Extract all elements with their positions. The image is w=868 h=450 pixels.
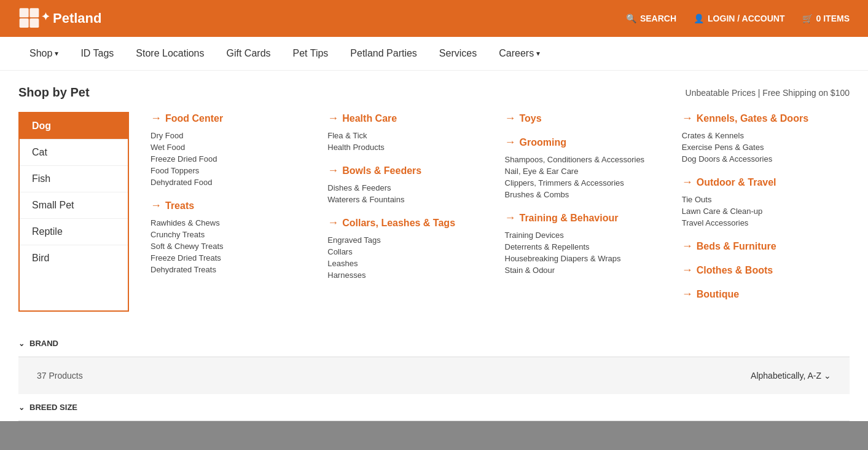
category-heading[interactable]: →Health Care [327,112,486,125]
category-heading-text: Grooming [520,137,566,148]
chevron-sort-icon: ⌄ [824,371,831,381]
pet-item-fish[interactable]: Fish [20,166,128,192]
category-heading-text: Outdoor & Travel [697,177,776,188]
category-section: →GroomingShampoos, Conditioners & Access… [505,136,663,200]
category-subitem[interactable]: Stain & Odour [505,264,663,276]
category-heading[interactable]: →Outdoor & Travel [682,176,840,189]
category-heading[interactable]: →Beds & Furniture [682,240,840,253]
category-columns: →Food CenterDry FoodWet FoodFreeze Dried… [129,112,850,312]
category-subitem[interactable]: Lawn Care & Clean-up [682,205,840,217]
category-subitem[interactable]: Engraved Tags [327,234,486,246]
search-action[interactable]: 🔍 SEARCH [626,14,676,23]
account-action[interactable]: 👤 LOGIN / ACCOUNT [694,14,784,23]
nav-item-id-tags[interactable]: ID Tags [69,37,125,71]
category-heading[interactable]: →Grooming [505,136,663,149]
filters-area: ⌄ BRAND 37 Products Alphabetically, A-Z … [0,330,868,421]
category-heading-text: Food Center [165,113,223,124]
category-subitem[interactable]: Dehydrated Treats [151,264,309,275]
logo-text: Petland [53,10,101,26]
cart-action[interactable]: 🛒 0 ITEMS [802,14,850,23]
search-icon: 🔍 [626,14,636,23]
arrow-icon: → [327,164,338,177]
arrow-icon: → [505,211,516,224]
category-subitem[interactable]: Brushes & Combs [505,189,663,200]
nav-item-store-locations[interactable]: Store Locations [125,37,215,71]
category-heading[interactable]: →Boutique [682,288,840,301]
category-subitem[interactable]: Training Devices [505,229,663,241]
category-section: →Kennels, Gates & DoorsCrates & KennelsE… [682,112,840,165]
category-subitem[interactable]: Crunchy Treats [151,229,309,240]
nav-item-pet-tips[interactable]: Pet Tips [282,37,340,71]
category-subitem[interactable]: Travel Accessories [682,217,840,229]
category-subitem[interactable]: Clippers, Trimmers & Accessories [505,177,663,189]
category-subitem[interactable]: Dehydrated Food [151,176,309,188]
category-heading-text: Toys [520,113,542,124]
category-heading-text: Collars, Leashes & Tags [342,218,455,229]
category-col-col2: →Health CareFlea & TickHealth Products→B… [318,112,495,312]
category-subitem[interactable]: Freeze Dried Food [151,153,309,165]
category-subitem[interactable]: Dry Food [151,130,309,141]
category-heading[interactable]: →Collars, Leashes & Tags [327,216,486,229]
category-subitem[interactable]: Leashes [327,258,486,269]
category-section: →Clothes & Boots [682,264,840,277]
category-subitem[interactable]: Collars [327,246,486,258]
category-subitem[interactable]: Deterrents & Repellents [505,241,663,253]
category-heading-text: Health Care [342,113,397,124]
category-subitem[interactable]: Nail, Eye & Ear Care [505,165,663,177]
category-heading[interactable]: →Treats [151,199,309,212]
category-heading[interactable]: →Training & Behaviour [505,211,663,224]
category-subitem[interactable]: Dishes & Feeders [327,182,486,194]
category-subitem[interactable]: Flea & Tick [327,130,486,141]
svg-rect-3 [29,18,39,28]
category-heading[interactable]: →Toys [505,112,663,125]
category-subitem[interactable]: Health Products [327,141,486,153]
pet-item-small-pet[interactable]: Small Pet [20,192,128,219]
nav-item-careers[interactable]: Careers ▾ [488,37,551,71]
nav-item-gift-cards[interactable]: Gift Cards [216,37,282,71]
pet-item-cat[interactable]: Cat [20,140,128,166]
brand-filter[interactable]: ⌄ BRAND [18,330,850,357]
pet-item-dog[interactable]: Dog [20,113,128,140]
pet-item-reptile[interactable]: Reptile [20,219,128,245]
category-section: →Food CenterDry FoodWet FoodFreeze Dried… [151,112,309,188]
breed-size-filter[interactable]: ⌄ BREED SIZE [18,394,850,421]
category-subitem[interactable]: Freeze Dried Treats [151,252,309,264]
category-subitem[interactable]: Food Toppers [151,165,309,176]
category-subitem[interactable]: Soft & Chewy Treats [151,240,309,252]
category-subitem[interactable]: Wet Food [151,141,309,153]
category-section: →Toys [505,112,663,125]
category-heading-text: Kennels, Gates & Doors [697,113,808,124]
category-subitem[interactable]: Exercise Pens & Gates [682,141,840,153]
category-heading[interactable]: →Food Center [151,112,309,125]
chevron-breed-icon: ⌄ [18,403,25,412]
sort-label: Alphabetically, A-Z [751,371,821,381]
category-subitem[interactable]: Dog Doors & Accessories [682,153,840,165]
nav-item-services[interactable]: Services [428,37,488,71]
category-heading[interactable]: →Clothes & Boots [682,264,840,277]
header: ✦ Petland 🔍 SEARCH 👤 LOGIN / ACCOUNT 🛒 0… [0,0,868,37]
category-subitem[interactable]: Housebreaking Diapers & Wraps [505,253,663,264]
pet-item-bird[interactable]: Bird [20,245,128,271]
svg-rect-0 [20,8,29,17]
category-heading-text: Bowls & Feeders [342,165,421,176]
cart-icon: 🛒 [802,14,813,23]
sort-control[interactable]: Alphabetically, A-Z ⌄ [751,371,831,381]
category-heading-text: Boutique [697,289,739,300]
arrow-icon: → [682,264,693,277]
category-section: →Health CareFlea & TickHealth Products [327,112,486,153]
navbar: Shop ▾ ID Tags Store Locations Gift Card… [0,37,868,71]
category-subitem[interactable]: Tie Outs [682,194,840,205]
nav-item-shop[interactable]: Shop ▾ [18,37,69,71]
category-subitem[interactable]: Waterers & Fountains [327,194,486,205]
logo[interactable]: ✦ Petland [18,6,101,31]
user-icon: 👤 [694,14,704,23]
category-subitem[interactable]: Harnesses [327,269,486,281]
category-heading[interactable]: →Kennels, Gates & Doors [682,112,840,125]
category-subitem[interactable]: Shampoos, Conditioners & Accessories [505,154,663,165]
category-subitem[interactable]: Crates & Kennels [682,130,840,141]
nav-item-petland-parties[interactable]: Petland Parties [339,37,428,71]
category-subitem[interactable]: Rawhides & Chews [151,217,309,229]
category-heading[interactable]: →Bowls & Feeders [327,164,486,177]
category-col-col1: →Food CenterDry FoodWet FoodFreeze Dried… [141,112,318,312]
svg-rect-2 [20,18,29,28]
